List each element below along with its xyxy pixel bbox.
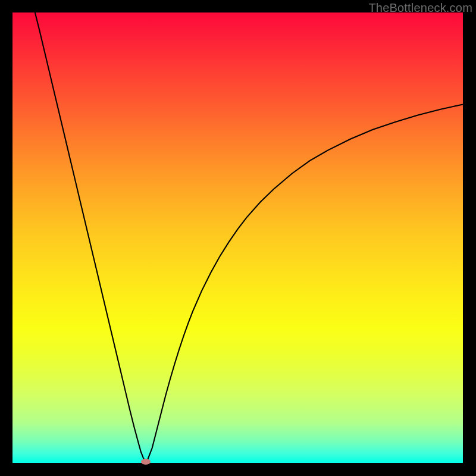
minimum-marker (141, 459, 151, 465)
chart-frame: TheBottleneck.com (0, 0, 476, 476)
attribution-text: TheBottleneck.com (368, 1, 472, 15)
gradient-background (12, 12, 463, 463)
